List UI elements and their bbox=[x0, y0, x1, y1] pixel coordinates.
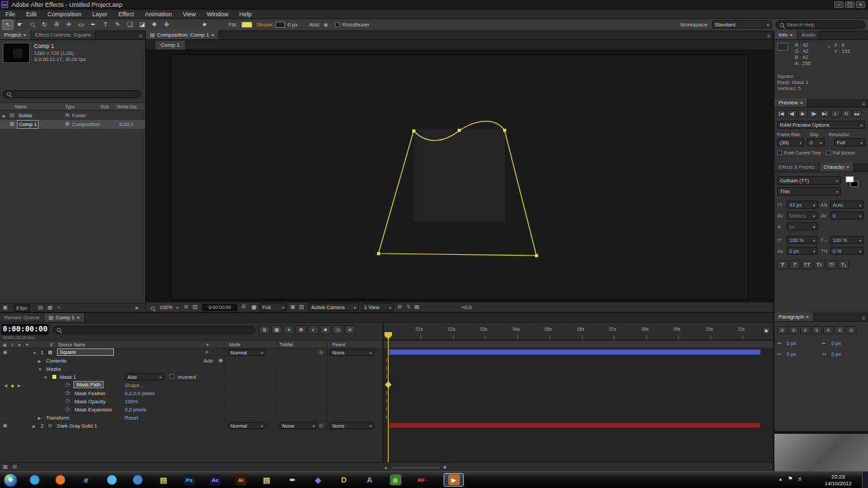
tsume-select[interactable]: 0 % bbox=[830, 247, 864, 255]
mask1-row[interactable]: Mask 1 Add Inverted bbox=[0, 373, 382, 381]
draft-3d-button[interactable]: ▦ bbox=[271, 325, 282, 334]
layer2-mode-select[interactable]: Normal bbox=[228, 422, 266, 429]
twirl-icon[interactable] bbox=[33, 350, 37, 357]
mask-expansion-value[interactable]: 0,0 pixels bbox=[125, 407, 146, 413]
layer-row-square[interactable]: 1 Square Normal None bbox=[0, 348, 382, 357]
align-right-button[interactable] bbox=[800, 326, 810, 334]
show-channel-icon[interactable] bbox=[252, 305, 256, 310]
active-app-icon[interactable]: ▶ bbox=[443, 473, 464, 487]
camera-select[interactable]: Active Camera bbox=[309, 303, 359, 311]
layer-row-dark-gray-solid[interactable]: 2 Dark Gray Solid 1 Normal None None bbox=[0, 422, 382, 430]
menu-view[interactable]: View bbox=[177, 11, 201, 18]
comp-timecode[interactable]: 0:00:00:00 bbox=[202, 304, 237, 311]
layer2-duration-bar[interactable] bbox=[389, 422, 761, 428]
previous-frame-button[interactable] bbox=[787, 110, 797, 117]
layer1-mode-select[interactable]: Normal bbox=[228, 349, 266, 356]
play-button[interactable] bbox=[798, 110, 808, 117]
mask1-blend-select[interactable]: Add bbox=[125, 373, 164, 380]
tab-timeline-comp1[interactable]: Comp 1 bbox=[44, 313, 84, 322]
small-caps-button[interactable]: Tᴛ bbox=[814, 260, 825, 269]
rotation-tool[interactable] bbox=[39, 20, 50, 30]
column-name[interactable]: Name bbox=[15, 104, 26, 109]
font-size-select[interactable]: 43 px bbox=[787, 201, 818, 209]
indent-right-value[interactable]: 0 px bbox=[831, 340, 841, 346]
illustrator-icon[interactable]: Ai bbox=[231, 473, 251, 487]
twirl-icon[interactable] bbox=[33, 423, 36, 430]
eraser-tool[interactable] bbox=[136, 20, 148, 30]
pen-icon[interactable]: ✒ bbox=[282, 473, 302, 487]
menu-effect[interactable]: Effect bbox=[113, 11, 140, 18]
selection-tool[interactable] bbox=[2, 20, 14, 30]
skip-select[interactable]: 0 bbox=[807, 138, 825, 146]
column-parent[interactable]: Parent bbox=[332, 342, 345, 347]
font-family-select[interactable]: Gotham (TT) bbox=[777, 176, 841, 185]
layer1-parent-pickwhip[interactable] bbox=[319, 349, 323, 356]
panel-menu-icon[interactable] bbox=[859, 314, 868, 321]
justify-all-button[interactable] bbox=[846, 326, 856, 334]
tray-clock[interactable]: 22:23 14/10/2012 bbox=[818, 473, 859, 487]
transform-reset-button[interactable]: Reset bbox=[125, 415, 138, 421]
tab-composition[interactable]: Composition: Comp 1 bbox=[146, 30, 219, 39]
add-keyframe-button[interactable] bbox=[11, 382, 14, 389]
action-center-icon[interactable] bbox=[788, 476, 793, 482]
tab-effect-controls[interactable]: Effect Controls: Square bbox=[31, 30, 96, 39]
menu-window[interactable]: Window bbox=[201, 11, 234, 18]
show-desktop-button[interactable] bbox=[862, 472, 868, 488]
twirl-icon[interactable] bbox=[38, 415, 41, 422]
masks-row[interactable]: Masks bbox=[0, 365, 382, 373]
view-layout-select[interactable]: 1 View bbox=[361, 303, 394, 311]
help-search-input[interactable]: Search Help bbox=[776, 20, 865, 29]
type-tool[interactable] bbox=[100, 20, 111, 30]
layer1-color-chip[interactable] bbox=[47, 350, 53, 355]
hide-shy-layers-button[interactable]: ✦ bbox=[283, 325, 294, 334]
brainstorm-button[interactable]: ✹ bbox=[320, 325, 331, 334]
graph-editor-button[interactable]: ≋ bbox=[344, 325, 355, 334]
daz-icon[interactable]: D bbox=[334, 473, 354, 487]
toggle-switches-icon[interactable] bbox=[12, 464, 17, 470]
contents-row[interactable]: Contents Add: bbox=[0, 357, 382, 365]
region-of-interest-icon[interactable] bbox=[290, 304, 296, 310]
frame-rate-select[interactable]: (30) bbox=[777, 138, 804, 146]
fast-preview-icon[interactable] bbox=[406, 304, 411, 310]
grid-and-guides-icon[interactable] bbox=[184, 304, 189, 310]
scroll-right-icon[interactable] bbox=[136, 304, 139, 311]
mask-path-value[interactable]: Shape... bbox=[125, 382, 144, 388]
project-row-solids[interactable]: Solids Folder bbox=[0, 111, 145, 120]
mask-feather-row[interactable]: Mask Feather 0,0,0,0 pixels bbox=[0, 389, 382, 397]
workspace-select[interactable]: Standard bbox=[712, 20, 772, 28]
font-style-select[interactable]: Thin bbox=[777, 187, 841, 196]
layer2-trkmat-select[interactable]: None bbox=[279, 422, 317, 429]
messenger-icon[interactable] bbox=[24, 473, 45, 487]
mask-vertex[interactable] bbox=[535, 254, 538, 258]
mask-vertex[interactable] bbox=[503, 129, 507, 132]
menu-animation[interactable]: Animation bbox=[139, 11, 177, 18]
full-screen-checkbox[interactable] bbox=[826, 150, 831, 155]
twirl-icon[interactable] bbox=[43, 374, 47, 381]
tab-preview[interactable]: Preview bbox=[774, 98, 808, 107]
timeline-zoom-in-icon[interactable] bbox=[442, 464, 448, 470]
mask-path-row[interactable]: Mask Path Shape... bbox=[0, 381, 382, 389]
twirl-icon[interactable] bbox=[3, 113, 6, 119]
tab-audio[interactable]: Audio bbox=[797, 30, 820, 39]
comp-flowchart-icon[interactable] bbox=[414, 304, 420, 310]
after-effects-icon[interactable]: Ae bbox=[205, 473, 225, 487]
horizontal-scale-select[interactable]: 100 % bbox=[830, 236, 864, 244]
from-current-time-checkbox[interactable] bbox=[777, 150, 782, 155]
bit-depth-button[interactable]: 8 bpc bbox=[14, 304, 30, 312]
tab-character[interactable]: Character bbox=[820, 163, 854, 171]
rotobezier-checkbox[interactable] bbox=[335, 22, 340, 27]
composition-viewport[interactable] bbox=[146, 49, 773, 302]
current-time-display[interactable]: 0:00:00:00 bbox=[1, 324, 49, 335]
align-left-button[interactable] bbox=[777, 326, 787, 334]
kerning-select[interactable]: Metrics bbox=[787, 211, 818, 220]
panel-menu-icon[interactable] bbox=[764, 33, 773, 39]
layer2-parent-select[interactable]: None bbox=[330, 422, 374, 429]
add-shape-icon[interactable] bbox=[323, 22, 328, 28]
transform-row[interactable]: Transform Reset bbox=[0, 413, 382, 422]
layer1-switches[interactable] bbox=[205, 349, 209, 356]
column-trkmat[interactable]: TrkMat bbox=[279, 342, 293, 347]
mask1-name[interactable]: Mask 1 bbox=[60, 374, 76, 380]
clone-stamp-tool[interactable] bbox=[124, 20, 136, 30]
mask1-inverted-checkbox[interactable] bbox=[170, 374, 174, 379]
minecraft-icon[interactable]: ▦ bbox=[385, 473, 406, 487]
